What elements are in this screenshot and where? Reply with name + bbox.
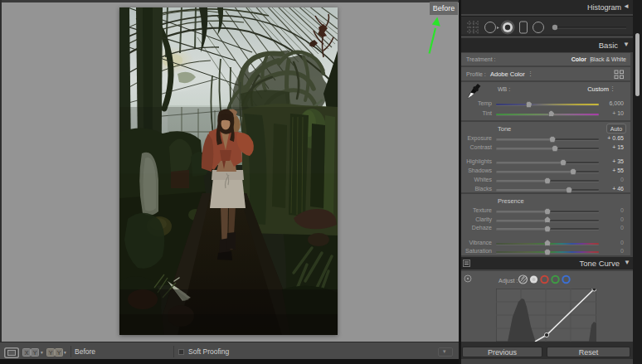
svg-text:X: X [25,350,29,356]
svg-text:Y: Y [49,350,53,356]
svg-text:Y: Y [57,350,61,356]
svg-text:Y: Y [33,350,37,356]
